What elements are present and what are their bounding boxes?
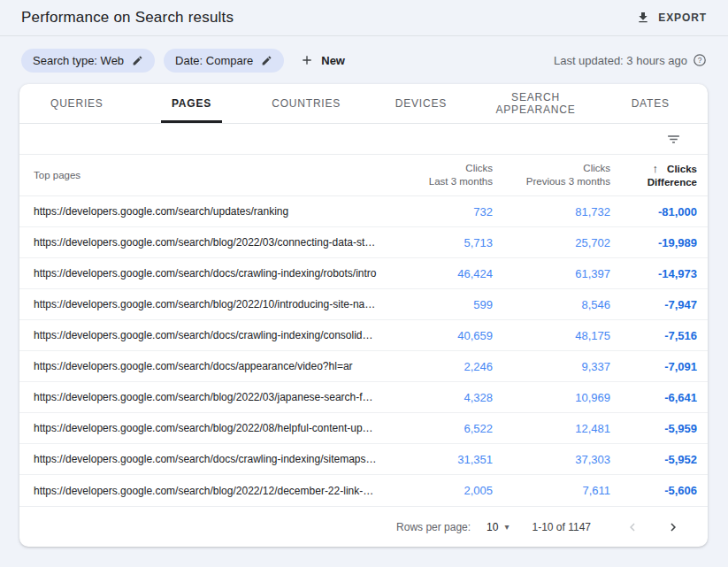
tab-search-appearance[interactable]: SEARCH APPEARANCE [479, 84, 594, 123]
clicks-difference-value: -81,000 [610, 205, 697, 218]
clicks-previous-value: 7,611 [493, 484, 610, 497]
clicks-difference-value: -7,091 [610, 360, 697, 373]
page-url: https://developers.google.com/search/blo… [19, 298, 378, 310]
page-url: https://developers.google.com/search/doc… [19, 267, 378, 280]
sort-ascending-icon: ↑ [653, 162, 659, 175]
page-url: https://developers.google.com/search/doc… [19, 453, 378, 465]
new-filter-label: New [321, 54, 345, 67]
clicks-previous-value: 8,546 [493, 298, 610, 311]
column-header-clicks-previous[interactable]: Clicks Previous 3 months [493, 162, 610, 188]
search-type-chip[interactable]: Search type: Web [21, 49, 155, 73]
table-row[interactable]: https://developers.google.com/search/blo… [19, 227, 708, 258]
clicks-previous-value: 10,969 [493, 391, 610, 404]
dropdown-caret-icon: ▾ [504, 522, 509, 532]
clicks-last-value: 599 [378, 298, 493, 311]
pagination-range: 1-10 of 1147 [533, 521, 592, 533]
last-updated-text: Last updated: 3 hours ago [554, 54, 687, 67]
export-button[interactable]: EXPORT [636, 11, 707, 25]
clicks-difference-value: -7,516 [610, 329, 697, 342]
table-row[interactable]: https://developers.google.com/search/doc… [19, 258, 708, 289]
tab-pages[interactable]: PAGES [134, 84, 249, 123]
svg-text:?: ? [698, 56, 702, 65]
column-header-clicks-difference[interactable]: ↑Clicks Difference [610, 162, 697, 189]
tab-countries[interactable]: COUNTRIES [249, 84, 364, 123]
page-title: Performance on Search results [21, 9, 234, 27]
rows-per-page-label: Rows per page: [396, 521, 471, 533]
date-compare-chip[interactable]: Date: Compare [164, 49, 284, 73]
clicks-last-value: 4,328 [378, 391, 493, 404]
table-toolbar [19, 124, 708, 155]
clicks-previous-value: 48,175 [493, 329, 610, 342]
page-url: https://developers.google.com/search/doc… [19, 360, 378, 372]
column-header-clicks-last[interactable]: Clicks Last 3 months [378, 162, 493, 188]
table-row[interactable]: https://developers.google.com/search/blo… [19, 382, 708, 413]
table-row[interactable]: https://developers.google.com/search/doc… [19, 351, 708, 382]
next-page-button[interactable] [665, 519, 681, 535]
page-url: https://developers.google.com/search/blo… [19, 391, 378, 403]
clicks-last-value: 46,424 [378, 267, 493, 280]
filter-list-icon[interactable] [666, 132, 681, 147]
clicks-difference-value: -5,952 [610, 453, 697, 466]
table-pagination: Rows per page: 10 ▾ 1-10 of 1147 [19, 506, 708, 547]
previous-page-button[interactable] [625, 519, 640, 535]
clicks-last-value: 732 [378, 205, 493, 218]
dimension-tabs: QUERIES PAGES COUNTRIES DEVICES SEARCH A… [19, 84, 708, 124]
tab-queries[interactable]: QUERIES [19, 84, 134, 123]
clicks-last-value: 5,713 [378, 236, 493, 249]
page-url: https://developers.google.com/search/blo… [19, 485, 378, 497]
clicks-difference-value: -5,959 [610, 422, 697, 435]
clicks-difference-value: -6,641 [610, 391, 697, 404]
edit-pencil-icon [132, 55, 143, 66]
clicks-last-value: 2,246 [378, 360, 493, 373]
plus-icon [300, 53, 314, 67]
table-row[interactable]: https://developers.google.com/search/upd… [19, 196, 708, 227]
table-row[interactable]: https://developers.google.com/search/blo… [19, 413, 708, 444]
clicks-last-value: 31,351 [378, 453, 493, 466]
clicks-previous-value: 61,397 [493, 267, 610, 280]
clicks-previous-value: 9,337 [493, 360, 610, 373]
clicks-difference-value: -5,606 [610, 484, 697, 497]
help-icon[interactable]: ? [693, 53, 707, 67]
clicks-difference-value: -14,973 [610, 267, 697, 280]
date-compare-chip-label: Date: Compare [175, 54, 253, 67]
clicks-previous-value: 37,303 [493, 453, 610, 466]
rows-per-page-select[interactable]: 10 ▾ [487, 521, 509, 533]
page-url: https://developers.google.com/search/blo… [19, 422, 378, 434]
clicks-last-value: 2,005 [378, 484, 493, 497]
download-icon [636, 11, 650, 25]
table-row[interactable]: https://developers.google.com/search/doc… [19, 320, 708, 351]
page-url: https://developers.google.com/search/doc… [19, 329, 378, 341]
clicks-previous-value: 12,481 [493, 422, 610, 435]
top-bar: Performance on Search results EXPORT [0, 0, 728, 36]
table-row[interactable]: https://developers.google.com/search/doc… [19, 444, 708, 475]
table-body: https://developers.google.com/search/upd… [19, 196, 708, 506]
search-type-chip-label: Search type: Web [33, 54, 124, 67]
rows-per-page-value: 10 [487, 521, 498, 533]
edit-pencil-icon [261, 55, 272, 66]
new-filter-button[interactable]: New [300, 53, 345, 67]
clicks-last-value: 6,522 [378, 422, 493, 435]
clicks-last-value: 40,659 [378, 329, 493, 342]
table-row[interactable]: https://developers.google.com/search/blo… [19, 289, 708, 320]
clicks-difference-value: -7,947 [610, 298, 697, 311]
tab-devices[interactable]: DEVICES [364, 84, 479, 123]
table-row[interactable]: https://developers.google.com/search/blo… [19, 475, 708, 506]
clicks-previous-value: 25,702 [493, 236, 610, 249]
table-header-row: Top pages Clicks Last 3 months Clicks Pr… [19, 155, 708, 196]
performance-table-card: QUERIES PAGES COUNTRIES DEVICES SEARCH A… [19, 84, 708, 547]
column-header-top-pages[interactable]: Top pages [19, 170, 378, 180]
page-url: https://developers.google.com/search/upd… [19, 205, 378, 218]
filter-bar: Search type: Web Date: Compare New Last … [0, 36, 728, 84]
export-label: EXPORT [658, 11, 707, 24]
tab-dates[interactable]: DATES [593, 84, 708, 123]
page-url: https://developers.google.com/search/blo… [19, 236, 378, 249]
clicks-difference-value: -19,989 [610, 236, 697, 249]
last-updated-status: Last updated: 3 hours ago ? [554, 53, 707, 67]
clicks-previous-value: 81,732 [493, 205, 610, 218]
